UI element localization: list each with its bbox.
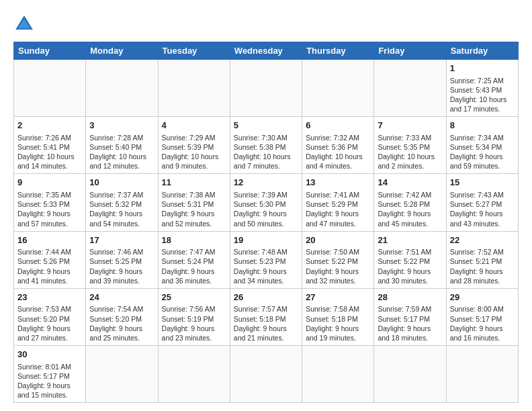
cell-content: Sunrise: 7:44 AM Sunset: 5:26 PM Dayligh… [17, 247, 82, 285]
cell-content: Sunrise: 7:37 AM Sunset: 5:32 PM Dayligh… [89, 190, 154, 228]
cell-content: Sunrise: 7:46 AM Sunset: 5:25 PM Dayligh… [89, 247, 154, 285]
cell-content: Sunrise: 7:53 AM Sunset: 5:20 PM Dayligh… [17, 304, 82, 342]
calendar-week-row: 2Sunrise: 7:26 AM Sunset: 5:41 PM Daylig… [14, 117, 519, 174]
cell-content: Sunrise: 7:57 AM Sunset: 5:18 PM Dayligh… [234, 304, 298, 342]
calendar-week-row: 9Sunrise: 7:35 AM Sunset: 5:33 PM Daylig… [14, 174, 519, 231]
day-number: 18 [162, 234, 226, 246]
cell-content: Sunrise: 7:29 AM Sunset: 5:39 PM Dayligh… [162, 133, 226, 171]
calendar-cell: 25Sunrise: 7:56 AM Sunset: 5:19 PM Dayli… [158, 288, 230, 345]
cell-content: Sunrise: 7:35 AM Sunset: 5:33 PM Dayligh… [17, 190, 82, 228]
logo [13, 13, 38, 35]
column-header-monday: Monday [86, 42, 158, 60]
calendar-header-row: SundayMondayTuesdayWednesdayThursdayFrid… [14, 42, 519, 60]
cell-content: Sunrise: 7:30 AM Sunset: 5:38 PM Dayligh… [234, 133, 298, 171]
calendar-cell [86, 60, 158, 117]
column-header-sunday: Sunday [14, 42, 86, 60]
day-number: 17 [89, 234, 154, 246]
calendar-cell: 5Sunrise: 7:30 AM Sunset: 5:38 PM Daylig… [230, 117, 302, 174]
cell-content: Sunrise: 7:43 AM Sunset: 5:27 PM Dayligh… [450, 190, 515, 228]
day-number: 8 [450, 120, 515, 132]
calendar-cell: 18Sunrise: 7:47 AM Sunset: 5:24 PM Dayli… [158, 231, 230, 288]
calendar-week-row: 23Sunrise: 7:53 AM Sunset: 5:20 PM Dayli… [14, 288, 519, 345]
day-number: 3 [89, 120, 154, 132]
logo-icon [13, 13, 35, 35]
calendar-cell: 26Sunrise: 7:57 AM Sunset: 5:18 PM Dayli… [230, 288, 302, 345]
day-number: 6 [306, 120, 370, 132]
calendar-cell: 4Sunrise: 7:29 AM Sunset: 5:39 PM Daylig… [158, 117, 230, 174]
day-number: 23 [17, 291, 82, 304]
calendar-cell: 22Sunrise: 7:52 AM Sunset: 5:21 PM Dayli… [446, 231, 518, 288]
cell-content: Sunrise: 7:51 AM Sunset: 5:22 PM Dayligh… [378, 247, 442, 285]
calendar-cell: 1Sunrise: 7:25 AM Sunset: 5:43 PM Daylig… [446, 60, 518, 117]
column-header-thursday: Thursday [302, 42, 374, 60]
day-number: 25 [162, 291, 226, 304]
calendar-cell: 11Sunrise: 7:38 AM Sunset: 5:31 PM Dayli… [158, 174, 230, 231]
cell-content: Sunrise: 7:39 AM Sunset: 5:30 PM Dayligh… [234, 190, 298, 228]
calendar-cell: 24Sunrise: 7:54 AM Sunset: 5:20 PM Dayli… [86, 288, 158, 345]
cell-content: Sunrise: 7:33 AM Sunset: 5:35 PM Dayligh… [378, 133, 442, 171]
cell-content: Sunrise: 7:50 AM Sunset: 5:22 PM Dayligh… [306, 247, 370, 285]
day-number: 4 [162, 120, 226, 132]
cell-content: Sunrise: 7:54 AM Sunset: 5:20 PM Dayligh… [89, 304, 154, 342]
calendar-cell: 20Sunrise: 7:50 AM Sunset: 5:22 PM Dayli… [302, 231, 374, 288]
cell-content: Sunrise: 7:56 AM Sunset: 5:19 PM Dayligh… [162, 304, 226, 342]
calendar-cell: 8Sunrise: 7:34 AM Sunset: 5:34 PM Daylig… [446, 117, 518, 174]
day-number: 13 [306, 177, 370, 189]
day-number: 26 [234, 291, 298, 304]
day-number: 10 [89, 177, 154, 189]
calendar-cell [158, 60, 230, 117]
calendar-cell: 21Sunrise: 7:51 AM Sunset: 5:22 PM Dayli… [374, 231, 446, 288]
calendar-cell [302, 346, 374, 403]
calendar-cell [374, 346, 446, 403]
calendar-cell: 10Sunrise: 7:37 AM Sunset: 5:32 PM Dayli… [86, 174, 158, 231]
cell-content: Sunrise: 7:59 AM Sunset: 5:17 PM Dayligh… [378, 304, 442, 342]
cell-content: Sunrise: 7:48 AM Sunset: 5:23 PM Dayligh… [234, 247, 298, 285]
cell-content: Sunrise: 8:00 AM Sunset: 5:17 PM Dayligh… [450, 304, 515, 342]
cell-content: Sunrise: 7:52 AM Sunset: 5:21 PM Dayligh… [450, 247, 515, 285]
day-number: 24 [89, 291, 154, 304]
day-number: 19 [234, 234, 298, 246]
cell-content: Sunrise: 7:41 AM Sunset: 5:29 PM Dayligh… [306, 190, 370, 228]
day-number: 1 [450, 62, 515, 75]
cell-content: Sunrise: 7:32 AM Sunset: 5:36 PM Dayligh… [306, 133, 370, 171]
calendar-cell [230, 60, 302, 117]
day-number: 27 [306, 291, 370, 304]
cell-content: Sunrise: 7:26 AM Sunset: 5:41 PM Dayligh… [17, 133, 82, 171]
day-number: 15 [450, 177, 515, 189]
calendar-cell [86, 346, 158, 403]
cell-content: Sunrise: 7:47 AM Sunset: 5:24 PM Dayligh… [162, 247, 226, 285]
calendar-week-row: 16Sunrise: 7:44 AM Sunset: 5:26 PM Dayli… [14, 231, 519, 288]
calendar-cell: 13Sunrise: 7:41 AM Sunset: 5:29 PM Dayli… [302, 174, 374, 231]
calendar-cell: 15Sunrise: 7:43 AM Sunset: 5:27 PM Dayli… [446, 174, 518, 231]
calendar-cell [302, 60, 374, 117]
day-number: 2 [17, 120, 82, 132]
day-number: 9 [17, 177, 82, 189]
cell-content: Sunrise: 7:34 AM Sunset: 5:34 PM Dayligh… [450, 133, 515, 171]
calendar-week-row: 30Sunrise: 8:01 AM Sunset: 5:17 PM Dayli… [14, 346, 519, 403]
calendar-cell: 2Sunrise: 7:26 AM Sunset: 5:41 PM Daylig… [14, 117, 86, 174]
day-number: 28 [378, 291, 442, 304]
cell-content: Sunrise: 7:28 AM Sunset: 5:40 PM Dayligh… [89, 133, 154, 171]
calendar-cell [158, 346, 230, 403]
day-number: 21 [378, 234, 442, 246]
cell-content: Sunrise: 7:58 AM Sunset: 5:18 PM Dayligh… [306, 304, 370, 342]
cell-content: Sunrise: 7:38 AM Sunset: 5:31 PM Dayligh… [162, 190, 226, 228]
cell-content: Sunrise: 8:01 AM Sunset: 5:17 PM Dayligh… [17, 362, 82, 400]
calendar-cell: 30Sunrise: 8:01 AM Sunset: 5:17 PM Dayli… [14, 346, 86, 403]
calendar-cell: 14Sunrise: 7:42 AM Sunset: 5:28 PM Dayli… [374, 174, 446, 231]
calendar-cell: 29Sunrise: 8:00 AM Sunset: 5:17 PM Dayli… [446, 288, 518, 345]
calendar-cell [230, 346, 302, 403]
cell-content: Sunrise: 7:25 AM Sunset: 5:43 PM Dayligh… [450, 76, 515, 114]
calendar-cell: 6Sunrise: 7:32 AM Sunset: 5:36 PM Daylig… [302, 117, 374, 174]
calendar-cell: 28Sunrise: 7:59 AM Sunset: 5:17 PM Dayli… [374, 288, 446, 345]
day-number: 16 [17, 234, 82, 246]
calendar-cell: 9Sunrise: 7:35 AM Sunset: 5:33 PM Daylig… [14, 174, 86, 231]
calendar-cell: 17Sunrise: 7:46 AM Sunset: 5:25 PM Dayli… [86, 231, 158, 288]
calendar-cell [446, 346, 518, 403]
page-header [13, 13, 519, 35]
calendar-cell: 7Sunrise: 7:33 AM Sunset: 5:35 PM Daylig… [374, 117, 446, 174]
column-header-saturday: Saturday [446, 42, 518, 60]
column-header-friday: Friday [374, 42, 446, 60]
column-header-wednesday: Wednesday [230, 42, 302, 60]
day-number: 30 [17, 349, 82, 361]
